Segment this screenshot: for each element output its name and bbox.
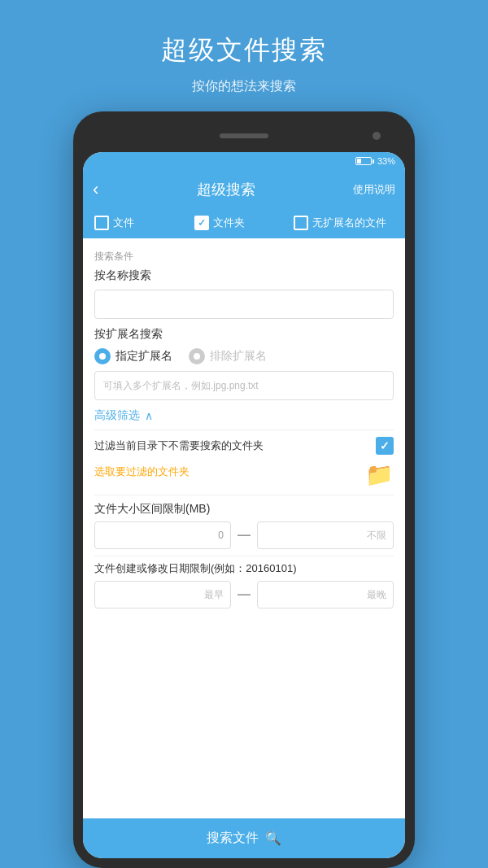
date-from-placeholder: 最早 — [204, 588, 224, 602]
phone-camera — [373, 132, 381, 140]
phone-speaker — [220, 133, 268, 138]
filter-folder-checkbox[interactable] — [376, 437, 394, 455]
folder-icon[interactable]: 📁 — [365, 461, 394, 488]
battery-icon — [355, 157, 374, 165]
advanced-toggle[interactable]: 高级筛选 ∧ — [94, 408, 394, 423]
radio-include-label: 指定扩展名 — [115, 349, 172, 364]
content-area: 搜索条件 按名称搜索 按扩展名搜索 指定扩展名 排除扩展名 可填入多个扩展名，例 — [83, 238, 405, 818]
filter-label-file: 文件 — [113, 216, 134, 230]
battery-tip — [373, 159, 374, 164]
filter-item-noext: 无扩展名的文件 — [294, 216, 394, 230]
page-subtitle: 按你的想法来搜索 — [161, 78, 327, 95]
help-button[interactable]: 使用说明 — [353, 182, 395, 197]
size-label: 文件大小区间限制(MB) — [94, 502, 394, 517]
ext-search-label: 按扩展名搜索 — [94, 327, 394, 342]
radio-exclude-label: 排除扩展名 — [210, 349, 267, 364]
ext-input-placeholder: 可填入多个扩展名，例如.jpg.png.txt — [103, 379, 259, 393]
page-title: 超级文件搜索 — [161, 33, 327, 68]
checkbox-folder[interactable] — [194, 216, 209, 230]
filter-folder-row: 过滤当前目录下不需要搜索的文件夹 — [94, 437, 394, 455]
chevron-up-icon: ∧ — [145, 409, 153, 422]
app-bar-title: 超级搜索 — [98, 180, 353, 199]
phone-frame: 33% ‹ 超级搜索 使用说明 文件 文件夹 — [73, 111, 415, 868]
ext-input[interactable]: 可填入多个扩展名，例如.jpg.png.txt — [94, 371, 394, 400]
back-button[interactable]: ‹ — [93, 181, 98, 198]
filter-label-folder: 文件夹 — [213, 216, 245, 230]
radio-item-include[interactable]: 指定扩展名 — [94, 348, 172, 364]
size-range-row: — 不限 — [94, 521, 394, 549]
date-range-dash: — — [237, 587, 251, 602]
app-bar: ‹ 超级搜索 使用说明 — [83, 170, 405, 209]
radio-include[interactable] — [94, 348, 111, 364]
date-to-input[interactable]: 最晚 — [257, 581, 394, 608]
search-button-label: 搜索文件 — [207, 830, 259, 847]
checkbox-noext[interactable] — [294, 216, 308, 230]
filter-item-file: 文件 — [94, 216, 194, 230]
battery-fill — [357, 159, 361, 164]
page-header: 超级文件搜索 按你的想法来搜索 — [161, 0, 327, 111]
filter-type-row: 文件 文件夹 无扩展名的文件 — [83, 209, 405, 238]
battery-body — [355, 157, 372, 165]
ext-radio-row: 指定扩展名 排除扩展名 — [94, 348, 394, 364]
name-search-input[interactable] — [94, 290, 394, 319]
date-from-input[interactable]: 最早 — [94, 581, 231, 608]
date-to-placeholder: 最晚 — [367, 588, 386, 602]
battery-percent: 33% — [377, 156, 395, 166]
size-from-input[interactable] — [94, 521, 231, 549]
radio-item-exclude[interactable]: 排除扩展名 — [189, 348, 267, 364]
filter-item-folder: 文件夹 — [194, 216, 294, 230]
filter-label-noext: 无扩展名的文件 — [312, 216, 386, 230]
radio-exclude[interactable] — [189, 348, 205, 364]
checkbox-file[interactable] — [94, 216, 109, 230]
divider-3 — [94, 556, 394, 556]
size-to-placeholder: 不限 — [367, 529, 386, 543]
phone-screen: 33% ‹ 超级搜索 使用说明 文件 文件夹 — [83, 152, 405, 858]
section-label-conditions: 搜索条件 — [94, 250, 394, 264]
date-range-row: 最早 — 最晚 — [94, 581, 394, 608]
divider-2 — [94, 495, 394, 495]
status-bar: 33% — [83, 152, 405, 170]
date-label: 文件创建或修改日期限制(例如：20160101) — [94, 561, 394, 576]
search-icon: 🔍 — [265, 831, 281, 846]
advanced-toggle-label: 高级筛选 — [94, 408, 140, 423]
size-to-input[interactable]: 不限 — [257, 521, 394, 549]
divider-1 — [94, 430, 394, 430]
size-range-dash: — — [237, 528, 251, 543]
name-search-label: 按名称搜索 — [94, 268, 394, 283]
phone-notch — [83, 126, 405, 146]
select-folder-button[interactable]: 选取要过滤的文件夹 — [94, 465, 190, 479]
search-button[interactable]: 搜索文件 🔍 — [83, 818, 405, 858]
battery-indicator: 33% — [355, 156, 395, 166]
filter-folder-text: 过滤当前目录下不需要搜索的文件夹 — [94, 438, 376, 453]
